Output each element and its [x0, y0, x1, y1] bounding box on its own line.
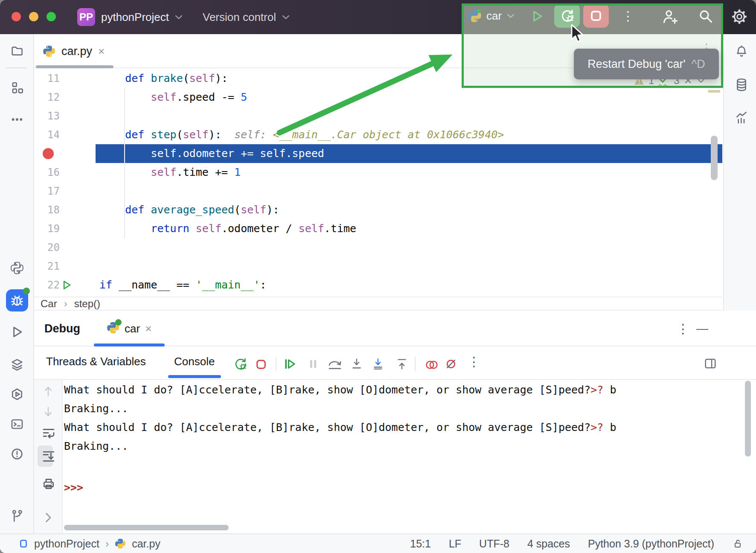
database-icon[interactable] — [735, 78, 748, 91]
step-into-icon[interactable] — [351, 358, 363, 372]
interpreter[interactable]: Python 3.9 (pythonProject) — [588, 538, 714, 550]
mute-breakpoints-icon[interactable] — [445, 358, 457, 372]
notifications-bell-icon[interactable] — [735, 44, 748, 58]
expand-strip-icon[interactable] — [44, 512, 52, 525]
stop-debug-icon[interactable] — [255, 358, 267, 372]
hide-panel-icon[interactable]: — — [696, 317, 708, 341]
tab-console[interactable]: Console — [174, 346, 215, 376]
code-text: self.speed -= 5 — [96, 88, 722, 107]
console-vertical-scrollbar[interactable] — [745, 381, 751, 457]
console-lines: What should I do? [A]ccelerate, [B]rake,… — [64, 381, 730, 456]
console-kebab-icon[interactable]: ⋮ — [468, 354, 480, 369]
zoom-window-button[interactable] — [47, 12, 56, 21]
mouse-cursor — [570, 24, 585, 45]
session-label: car — [125, 322, 140, 335]
tab-car-py[interactable]: car.py × — [43, 40, 105, 62]
python-file-icon — [115, 538, 126, 549]
code-text: return self.odometer / self.time — [96, 219, 722, 238]
indent-setting[interactable]: 4 spaces — [527, 538, 570, 550]
project-folder-icon[interactable] — [10, 44, 24, 58]
structure-icon[interactable] — [10, 81, 24, 95]
code-text — [96, 107, 722, 125]
python-console-icon[interactable] — [10, 387, 24, 401]
problems-icon[interactable] — [10, 447, 24, 461]
minimize-window-button[interactable] — [29, 12, 38, 21]
code-lines: 11 def brake(self):12 self.speed -= 5131… — [34, 69, 722, 294]
sidebar-divider — [6, 67, 27, 68]
line-ending[interactable]: LF — [449, 538, 461, 550]
gutter — [60, 88, 96, 107]
run-tool-window-icon[interactable] — [10, 325, 24, 339]
unlock-icon[interactable] — [732, 538, 743, 550]
scroll-to-end-icon[interactable] — [42, 450, 55, 463]
line-number: 14 — [34, 125, 60, 144]
code-line: 13 — [34, 107, 722, 125]
encoding[interactable]: UTF-8 — [479, 538, 509, 550]
pause-program-icon[interactable] — [307, 358, 319, 372]
status-separator: › — [105, 538, 109, 550]
console-horizontal-scrollbar[interactable] — [64, 525, 229, 530]
profiler-chart-icon[interactable] — [735, 111, 748, 125]
run-line-icon[interactable] — [60, 276, 96, 294]
close-window-button[interactable] — [12, 12, 21, 21]
session-running-badge — [115, 319, 122, 326]
resume-program-icon[interactable] — [283, 358, 296, 372]
editor-scrollbar-thumb[interactable] — [711, 136, 718, 180]
more-tool-windows-icon[interactable] — [10, 113, 24, 126]
prev-occurrence-icon[interactable] — [42, 385, 55, 398]
code-text: def average_speed(self): — [96, 201, 722, 219]
gutter — [60, 144, 96, 163]
code-line: 16 self.time += 1 — [34, 163, 722, 182]
python-file-icon — [43, 45, 55, 58]
tab-label: car.py — [61, 45, 92, 58]
line-number: 17 — [34, 182, 60, 201]
debug-session-tab[interactable]: car × — [107, 317, 151, 341]
soft-wrap-icon[interactable] — [42, 427, 55, 439]
active-console-underline — [168, 375, 221, 378]
status-file[interactable]: car.py — [132, 538, 160, 550]
force-step-into-icon[interactable] — [372, 358, 384, 372]
debug-options-kebab-icon[interactable]: ⋮ — [677, 317, 689, 341]
debug-panel-title: Debug — [44, 317, 80, 341]
code-line: self.odometer += self.speed — [34, 144, 722, 163]
breadcrumb-class[interactable]: Car — [41, 298, 57, 310]
line-number: 16 — [34, 163, 60, 182]
gutter — [60, 69, 96, 88]
console-prompt[interactable]: >>> — [64, 478, 83, 497]
console-line: Braking... — [64, 399, 730, 418]
close-tab-icon[interactable]: × — [98, 45, 105, 58]
code-text — [96, 257, 722, 276]
breadcrumb-method[interactable]: step() — [74, 298, 100, 310]
next-occurrence-icon[interactable] — [42, 405, 55, 418]
git-branch-icon[interactable] — [10, 509, 24, 522]
code-text: self.odometer += self.speed — [96, 144, 722, 163]
rerun-debug-icon[interactable] — [233, 357, 247, 373]
project-menu[interactable]: pythonProject — [101, 0, 183, 34]
code-text — [96, 238, 722, 257]
step-over-icon[interactable] — [328, 358, 342, 372]
terminal-icon[interactable] — [10, 417, 24, 431]
services-icon[interactable] — [10, 358, 24, 371]
debug-tool-window-button[interactable] — [6, 289, 28, 311]
close-session-icon[interactable]: × — [145, 322, 151, 335]
gutter — [60, 125, 96, 144]
indent-guide — [124, 88, 125, 238]
print-icon[interactable] — [42, 477, 55, 490]
version-control-menu[interactable]: Version control — [203, 0, 290, 34]
layout-settings-icon[interactable] — [704, 358, 717, 371]
project-widget-icon[interactable] — [19, 539, 28, 548]
python-packages-icon[interactable] — [10, 261, 24, 275]
view-breakpoints-icon[interactable] — [424, 359, 439, 372]
breadcrumb-separator: › — [64, 298, 67, 310]
gutter — [60, 201, 96, 219]
line-number: 13 — [34, 107, 60, 125]
caret-position[interactable]: 15:1 — [410, 538, 431, 550]
breakpoint-icon[interactable] — [34, 144, 60, 163]
console-line: What should I do? [A]ccelerate, [B]rake,… — [64, 418, 730, 437]
tab-threads-variables[interactable]: Threads & Variables — [46, 346, 146, 376]
step-out-icon[interactable] — [396, 358, 408, 372]
status-project[interactable]: pythonProject — [34, 538, 99, 550]
code-line: 12 self.speed -= 5 — [34, 88, 722, 107]
settings-gear-icon[interactable] — [730, 8, 748, 27]
status-bar: pythonProject › car.py 15:1 LF UTF-8 4 s… — [0, 533, 756, 553]
